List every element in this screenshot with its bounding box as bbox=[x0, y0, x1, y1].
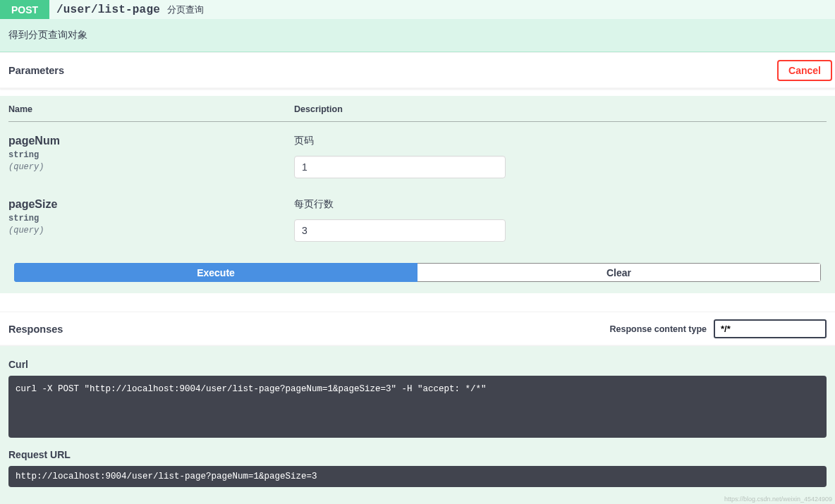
param-name: pageSize bbox=[8, 198, 294, 211]
operation-summary[interactable]: POST /user/list-page 分页查询 bbox=[0, 0, 835, 19]
operation-description: 得到分页查询对象 bbox=[0, 19, 835, 51]
response-content-type-label: Response content type bbox=[609, 324, 707, 334]
curl-label: Curl bbox=[8, 359, 827, 370]
param-type: string bbox=[8, 150, 294, 160]
execute-button[interactable]: Execute bbox=[14, 263, 418, 282]
action-button-row: Execute Clear bbox=[14, 263, 821, 282]
operation-summary-text: 分页查询 bbox=[167, 4, 204, 16]
request-url-block[interactable]: http://localhost:9004/user/list-page?pag… bbox=[8, 466, 827, 487]
operation-path: /user/list-page bbox=[49, 4, 167, 16]
clear-button[interactable]: Clear bbox=[418, 263, 821, 282]
parameters-title: Parameters bbox=[8, 65, 64, 76]
parameters-body: Name Description pageNum string (query) … bbox=[0, 96, 835, 293]
parameters-table: Name Description pageNum string (query) … bbox=[8, 96, 827, 249]
response-content-type-group: Response content type */* bbox=[609, 319, 827, 338]
curl-code-block[interactable]: curl -X POST "http://localhost:9004/user… bbox=[8, 376, 827, 438]
responses-title: Responses bbox=[8, 324, 63, 335]
param-description: 页码 bbox=[294, 135, 827, 147]
param-in: (query) bbox=[8, 226, 294, 235]
cancel-button[interactable]: Cancel bbox=[777, 60, 832, 81]
section-gap bbox=[0, 293, 835, 312]
param-name: pageNum bbox=[8, 135, 294, 147]
responses-body: Curl curl -X POST "http://localhost:9004… bbox=[0, 346, 835, 504]
param-in: (query) bbox=[8, 162, 294, 172]
response-content-type-select[interactable]: */* bbox=[714, 319, 827, 338]
param-input-pagenum[interactable] bbox=[294, 156, 506, 178]
operation-block: POST /user/list-page 分页查询 得到分页查询对象 bbox=[0, 0, 835, 52]
param-header-name: Name bbox=[8, 96, 294, 122]
param-header-description: Description bbox=[294, 96, 827, 122]
parameters-section-header: Parameters Cancel bbox=[0, 52, 835, 89]
param-row: pageSize string (query) 每页行数 bbox=[8, 185, 827, 249]
param-row: pageNum string (query) 页码 bbox=[8, 122, 827, 186]
param-description: 每页行数 bbox=[294, 198, 827, 211]
param-input-pagesize[interactable] bbox=[294, 219, 506, 242]
param-type: string bbox=[8, 214, 294, 223]
responses-section-header: Responses Response content type */* bbox=[0, 312, 835, 346]
request-url-label: Request URL bbox=[8, 449, 827, 460]
watermark: https://blog.csdn.net/weixin_45424909 bbox=[724, 496, 832, 503]
http-method-badge: POST bbox=[0, 0, 49, 19]
